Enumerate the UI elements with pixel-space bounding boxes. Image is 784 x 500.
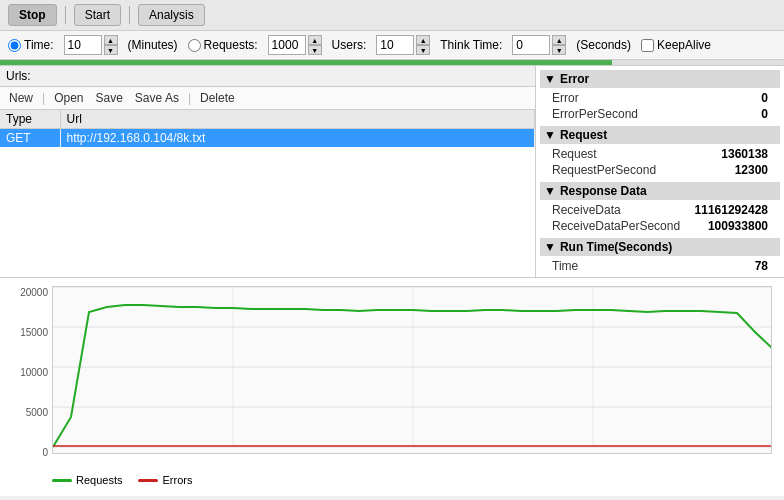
request-value: 1360138 (721, 147, 768, 161)
errors-legend-label: Errors (162, 474, 192, 486)
analysis-button[interactable]: Analysis (138, 4, 205, 26)
requests-legend-dot (52, 479, 72, 482)
urls-open-button[interactable]: Open (51, 90, 86, 106)
thinktime-down[interactable]: ▼ (552, 45, 566, 55)
url-url-cell: http://192.168.0.104/8k.txt (60, 129, 535, 148)
y-label-10000: 10000 (10, 367, 48, 378)
time-spinner: 10 ▲ ▼ (64, 35, 118, 55)
chart-area: 20000 15000 10000 5000 0 0 20 40 60 (0, 278, 784, 496)
users-up[interactable]: ▲ (416, 35, 430, 45)
y-label-0: 0 (10, 447, 48, 458)
y-label-20000: 20000 (10, 287, 48, 298)
options-bar: Time: 10 ▲ ▼ (Minutes) Requests: 1000 ▲ … (0, 31, 784, 60)
urls-section-label: Urls: (0, 66, 535, 87)
requests-input[interactable]: 1000 (268, 35, 306, 55)
error-per-second-row: ErrorPerSecond 0 (540, 106, 780, 122)
time-row: Time 78 (540, 258, 780, 274)
error-per-second-value: 0 (761, 107, 768, 121)
error-label: Error (552, 91, 579, 105)
users-label: Users: (332, 38, 367, 52)
urls-new-button[interactable]: New (6, 90, 36, 106)
receive-data-row: ReceiveData 11161292428 (540, 202, 780, 218)
url-table-row[interactable]: GEThttp://192.168.0.104/8k.txt (0, 129, 535, 148)
collapse-error-icon[interactable]: ▼ (544, 72, 556, 86)
thinktime-label: Think Time: (440, 38, 502, 52)
keepalive-wrap: KeepAlive (641, 38, 711, 52)
request-section-header: ▼ Request (540, 126, 780, 144)
runtime-section-header: ▼ Run Time(Seconds) (540, 238, 780, 256)
requests-label: Requests: (204, 38, 258, 52)
chart-legend: Requests Errors (52, 474, 776, 486)
thinktime-input[interactable]: 0 (512, 35, 550, 55)
requests-up[interactable]: ▲ (308, 35, 322, 45)
requests-spinner-btns: ▲ ▼ (308, 35, 322, 55)
time-radio[interactable] (8, 39, 21, 52)
time-down[interactable]: ▼ (104, 45, 118, 55)
thinktime-unit: (Seconds) (576, 38, 631, 52)
request-per-second-row: RequestPerSecond 12300 (540, 162, 780, 178)
svg-text:20: 20 (227, 453, 239, 454)
users-spinner-btns: ▲ ▼ (416, 35, 430, 55)
users-input[interactable]: 10 (376, 35, 414, 55)
time-spinner-btns: ▲ ▼ (104, 35, 118, 55)
requests-down[interactable]: ▼ (308, 45, 322, 55)
request-label: Request (552, 147, 597, 161)
url-table: Type Url GEThttp://192.168.0.104/8k.txt (0, 110, 535, 147)
time-up[interactable]: ▲ (104, 35, 118, 45)
start-button[interactable]: Start (74, 4, 121, 26)
svg-text:40: 40 (407, 453, 419, 454)
urls-delete-button[interactable]: Delete (197, 90, 238, 106)
collapse-request-icon[interactable]: ▼ (544, 128, 556, 142)
requests-radio[interactable] (188, 39, 201, 52)
stop-button[interactable]: Stop (8, 4, 57, 26)
request-section-label: Request (560, 128, 607, 142)
users-spinner: 10 ▲ ▼ (376, 35, 430, 55)
thinktime-up[interactable]: ▲ (552, 35, 566, 45)
urls-save-button[interactable]: Save (93, 90, 126, 106)
thinktime-spinner: 0 ▲ ▼ (512, 35, 566, 55)
y-label-5000: 5000 (10, 407, 48, 418)
requests-legend-item: Requests (52, 474, 122, 486)
col-type: Type (0, 110, 60, 129)
time-value: 78 (755, 259, 768, 273)
urls-label-text: Urls: (6, 69, 31, 83)
progress-bar-fill (0, 60, 612, 65)
url-type-cell: GET (0, 129, 60, 148)
response-section-header: ▼ Response Data (540, 182, 780, 200)
chart-svg: 0 20 40 60 80 (52, 286, 772, 454)
users-down[interactable]: ▼ (416, 45, 430, 55)
chart-wrapper: 20000 15000 10000 5000 0 0 20 40 60 (52, 286, 776, 454)
receive-data-per-second-row: ReceiveDataPerSecond 100933800 (540, 218, 780, 234)
keepalive-label: KeepAlive (657, 38, 711, 52)
collapse-runtime-icon[interactable]: ▼ (544, 240, 556, 254)
receive-data-label: ReceiveData (552, 203, 621, 217)
requests-spinner: 1000 ▲ ▼ (268, 35, 322, 55)
request-per-second-label: RequestPerSecond (552, 163, 656, 177)
col-url: Url (60, 110, 535, 129)
time-label: Time (552, 259, 578, 273)
urls-saveas-button[interactable]: Save As (132, 90, 182, 106)
stats-panel: ▼ Error Error 0 ErrorPerSecond 0 ▼ Reque… (536, 66, 784, 277)
svg-text:60: 60 (587, 453, 599, 454)
error-per-second-label: ErrorPerSecond (552, 107, 638, 121)
receive-data-value: 11161292428 (695, 203, 768, 217)
collapse-response-icon[interactable]: ▼ (544, 184, 556, 198)
requests-legend-label: Requests (76, 474, 122, 486)
time-label: Time: (24, 38, 54, 52)
urls-toolbar: New | Open Save Save As | Delete (0, 87, 535, 110)
y-label-15000: 15000 (10, 327, 48, 338)
url-table-header: Type Url (0, 110, 535, 129)
error-section-header: ▼ Error (540, 70, 780, 88)
errors-legend-dot (138, 479, 158, 482)
errors-legend-item: Errors (138, 474, 192, 486)
time-unit: (Minutes) (128, 38, 178, 52)
url-table-wrap: Type Url GEThttp://192.168.0.104/8k.txt (0, 110, 535, 277)
error-row: Error 0 (540, 90, 780, 106)
response-section-label: Response Data (560, 184, 647, 198)
receive-data-per-second-label: ReceiveDataPerSecond (552, 219, 680, 233)
time-input[interactable]: 10 (64, 35, 102, 55)
requests-radio-label: Requests: (188, 38, 258, 52)
request-per-second-value: 12300 (735, 163, 768, 177)
thinktime-spinner-btns: ▲ ▼ (552, 35, 566, 55)
keepalive-checkbox[interactable] (641, 39, 654, 52)
